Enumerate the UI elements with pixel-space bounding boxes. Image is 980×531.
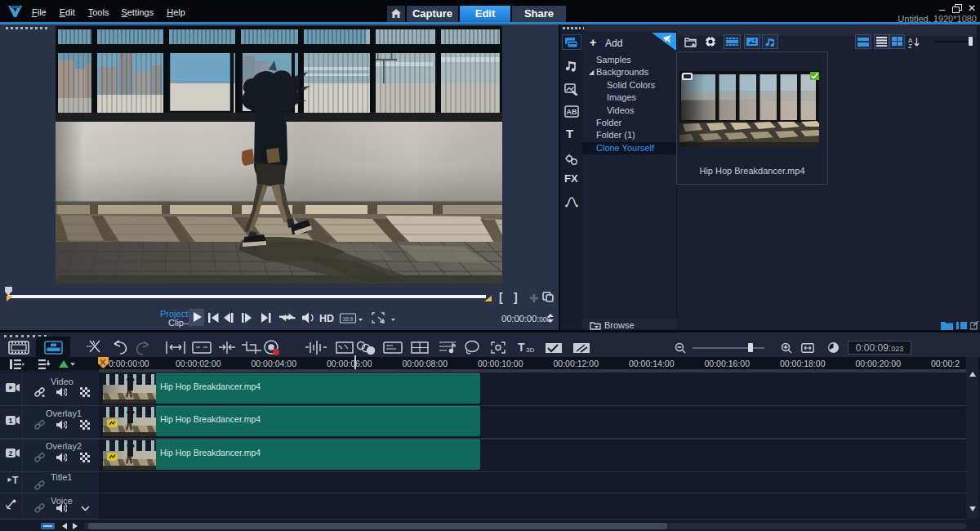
svg-text:1: 1 <box>9 417 13 425</box>
svg-text:3D: 3D <box>526 346 534 354</box>
svg-text:16:9: 16:9 <box>343 316 354 322</box>
svg-text:AB: AB <box>567 108 577 116</box>
svg-text:T: T <box>518 341 525 354</box>
svg-text:2: 2 <box>9 449 13 457</box>
svg-text:Z: Z <box>908 42 912 48</box>
svg-text:HD: HD <box>319 313 334 324</box>
